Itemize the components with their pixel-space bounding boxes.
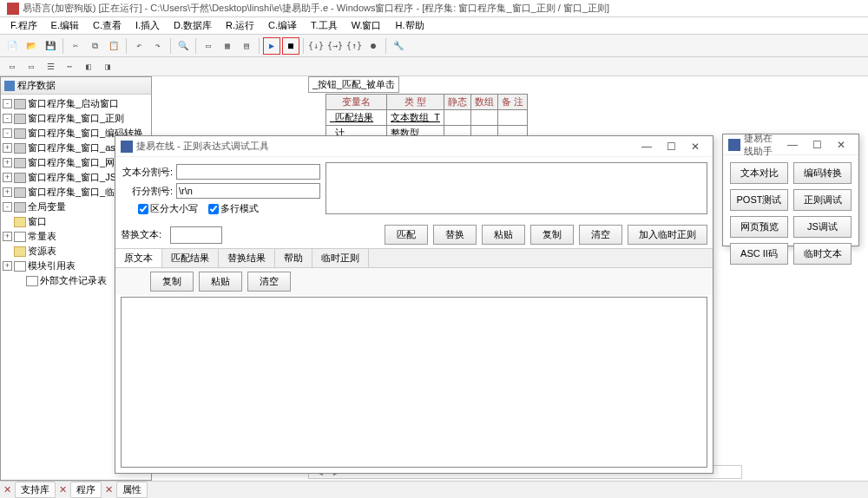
- regex-dialog-icon: [121, 141, 133, 153]
- tree-toggle-icon[interactable]: +: [3, 261, 12, 271]
- helper-button-编码转换[interactable]: 编码转换: [793, 162, 852, 184]
- redo-icon[interactable]: ↷: [149, 37, 167, 55]
- step-into-icon[interactable]: {→}: [326, 37, 344, 55]
- replace-button[interactable]: 替换: [433, 225, 477, 245]
- line-split-input[interactable]: [176, 183, 320, 199]
- tool2-b-icon[interactable]: ▭: [23, 58, 40, 75]
- status-tab-program[interactable]: 程序: [70, 482, 102, 498]
- window1-icon[interactable]: ▭: [200, 37, 217, 55]
- menu-compile[interactable]: C.编译: [261, 17, 304, 34]
- copy-icon[interactable]: ⧉: [86, 37, 103, 55]
- table-row[interactable]: _匹配结果文本数组_T: [326, 110, 528, 126]
- breakpoint-icon[interactable]: ●: [365, 37, 382, 55]
- tree-label: 窗口程序集_窗口_正则: [28, 112, 124, 125]
- step-over-icon[interactable]: {↓}: [307, 37, 325, 55]
- var-column-header: 变量名: [326, 95, 387, 110]
- tree-toggle-icon[interactable]: -: [3, 99, 12, 108]
- helper-button-网页预览[interactable]: 网页预览: [730, 216, 788, 238]
- tab-temp-regex[interactable]: 临时正则: [312, 249, 369, 267]
- menu-run[interactable]: R.运行: [219, 17, 261, 34]
- menu-database[interactable]: D.数据库: [167, 17, 219, 34]
- save-icon[interactable]: 💾: [42, 37, 59, 55]
- open-icon[interactable]: 📂: [23, 37, 40, 55]
- match-button[interactable]: 匹配: [385, 225, 428, 245]
- sheet-icon: [14, 261, 26, 272]
- status-tab-support[interactable]: 支持库: [15, 482, 56, 498]
- step-out-icon[interactable]: {↑}: [345, 37, 363, 55]
- function-name[interactable]: _按钮_匹配_被单击: [308, 76, 399, 93]
- menu-edit[interactable]: E.编辑: [44, 17, 86, 34]
- helper-dialog-titlebar[interactable]: 捷易在线助手 — ☐ ✕: [723, 134, 858, 155]
- tab-replace-result[interactable]: 替换结果: [219, 249, 275, 267]
- helper-close-icon[interactable]: ✕: [829, 136, 853, 154]
- cut-icon[interactable]: ✂: [67, 37, 84, 55]
- tab-original[interactable]: 原文本: [115, 249, 162, 267]
- regex-dialog-titlebar[interactable]: 捷易在线 - 正则表达式调试工具 — ☐ ✕: [115, 136, 713, 157]
- tree-node[interactable]: -窗口程序集_启动窗口: [3, 96, 149, 111]
- tool2-c-icon[interactable]: ☰: [42, 58, 59, 75]
- multiline-checkbox[interactable]: [208, 204, 219, 214]
- tool2-f-icon[interactable]: ◨: [99, 58, 116, 75]
- regex-pattern-input[interactable]: [326, 162, 707, 214]
- menu-insert[interactable]: I.插入: [128, 17, 167, 34]
- close-icon[interactable]: ✕: [683, 138, 707, 155]
- new-icon[interactable]: 📄: [3, 37, 21, 55]
- help-icon[interactable]: 🔧: [390, 37, 407, 55]
- maximize-icon[interactable]: ☐: [659, 138, 683, 155]
- tab-match-result[interactable]: 匹配结果: [162, 249, 219, 267]
- tree-node[interactable]: -窗口程序集_窗口_正则: [3, 111, 149, 126]
- helper-button-文本对比[interactable]: 文本对比: [730, 162, 788, 184]
- replace-text-label: 替换文本:: [121, 228, 161, 241]
- sidebar-title: 程序数据: [17, 79, 56, 92]
- sub-copy-button[interactable]: 复制: [150, 272, 194, 292]
- tree-toggle-icon[interactable]: +: [3, 158, 12, 167]
- separator: [62, 38, 63, 54]
- paste-icon[interactable]: 📋: [105, 37, 122, 55]
- main-toolbar: 📄 📂 💾 ✂ ⧉ 📋 ↶ ↷ 🔍 ▭ ▦ ▤ ▶ ■ {↓} {→} {↑} …: [0, 35, 868, 57]
- tab-help[interactable]: 帮助: [275, 249, 312, 267]
- result-textarea[interactable]: [121, 297, 707, 468]
- add-temp-button[interactable]: 加入临时正则: [628, 225, 707, 245]
- helper-button-正则调试[interactable]: 正则调试: [793, 189, 852, 211]
- case-sensitive-checkbox[interactable]: [138, 204, 148, 214]
- run-icon[interactable]: ▶: [263, 37, 280, 55]
- var-type-cell: 文本数组_T: [387, 110, 444, 126]
- tree-toggle-icon[interactable]: -: [3, 128, 12, 138]
- menu-tools[interactable]: T.工具: [304, 17, 345, 34]
- minimize-icon[interactable]: —: [635, 138, 659, 155]
- paste-button[interactable]: 粘贴: [482, 225, 525, 245]
- tree-toggle-icon[interactable]: -: [3, 202, 12, 212]
- stop-icon[interactable]: ■: [282, 37, 299, 55]
- tree-toggle-icon[interactable]: +: [3, 143, 12, 153]
- menu-program[interactable]: F.程序: [3, 17, 44, 34]
- undo-icon[interactable]: ↶: [130, 37, 148, 55]
- helper-button-POST测试[interactable]: POST测试: [730, 189, 788, 211]
- helper-button-临时文本[interactable]: 临时文本: [793, 243, 852, 265]
- tool2-a-icon[interactable]: ▭: [3, 58, 21, 75]
- window3-icon[interactable]: ▤: [238, 37, 255, 55]
- clear-button[interactable]: 清空: [579, 225, 622, 245]
- sheet-icon: [14, 232, 26, 242]
- menu-view[interactable]: C.查看: [86, 17, 128, 34]
- sub-clear-button[interactable]: 清空: [247, 272, 291, 292]
- copy-button[interactable]: 复制: [530, 225, 574, 245]
- helper-button-JS调试[interactable]: JS调试: [793, 216, 852, 238]
- helper-minimize-icon[interactable]: —: [780, 136, 805, 154]
- replace-text-input[interactable]: [170, 226, 222, 244]
- text-split-input[interactable]: [176, 164, 320, 180]
- menu-help[interactable]: H.帮助: [389, 17, 431, 34]
- sub-paste-button[interactable]: 粘贴: [199, 272, 242, 292]
- db-icon: [14, 202, 26, 213]
- menu-window[interactable]: W.窗口: [345, 17, 389, 34]
- tool2-d-icon[interactable]: ⋯: [61, 58, 78, 75]
- tool2-e-icon[interactable]: ◧: [80, 58, 97, 75]
- helper-button-ASC II码[interactable]: ASC II码: [730, 243, 788, 265]
- helper-maximize-icon[interactable]: ☐: [805, 136, 829, 154]
- find-icon[interactable]: 🔍: [174, 37, 192, 55]
- tree-toggle-icon[interactable]: +: [3, 173, 12, 182]
- tree-toggle-icon[interactable]: +: [3, 232, 12, 241]
- status-tab-property[interactable]: 属性: [116, 482, 148, 498]
- window2-icon[interactable]: ▦: [219, 37, 236, 55]
- tree-toggle-icon[interactable]: -: [3, 114, 12, 123]
- tree-toggle-icon[interactable]: +: [3, 187, 12, 197]
